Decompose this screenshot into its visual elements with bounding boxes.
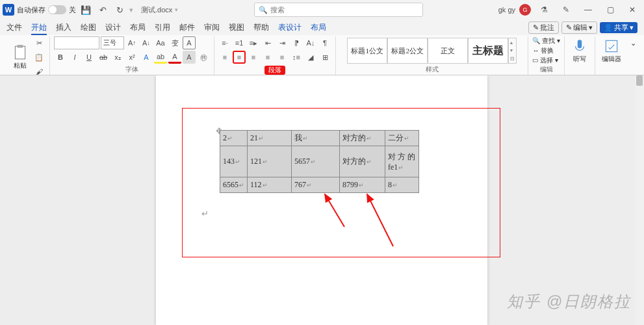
copy-icon[interactable]: 📋 [32, 51, 45, 64]
align-center-button[interactable]: ≡ [233, 51, 246, 64]
document-name[interactable]: 测试.docx [141, 5, 172, 15]
flask-icon[interactable]: ⚗ [535, 1, 553, 19]
multilevel-list-icon[interactable]: ≡▸ [247, 36, 260, 49]
table-cell[interactable]: 767↵ [292, 177, 340, 193]
comments-button[interactable]: ✎批注 [528, 21, 559, 34]
tab-绘图[interactable]: 绘图 [81, 22, 96, 35]
editor-button[interactable]: 编辑器 [599, 36, 624, 65]
user-avatar[interactable]: G [519, 4, 531, 16]
autosave-label: 自动保存 [17, 5, 45, 15]
align-right-button[interactable]: ≡ [247, 51, 260, 64]
minimize-button[interactable]: — [579, 1, 597, 19]
pen-icon[interactable]: ✎ [557, 1, 575, 19]
select-button[interactable]: ▭ 选择 ▾ [532, 56, 560, 65]
tab-帮助[interactable]: 帮助 [253, 22, 269, 35]
find-button[interactable]: 🔍 查找 ▾ [532, 36, 560, 46]
table-cell[interactable]: 21↵ [248, 131, 292, 146]
tab-设计[interactable]: 设计 [105, 22, 121, 35]
paragraph-group: ≡· ≡1 ≡▸ ⇤ ⇥ ⁋ A↓ ¶ ≡ ≡ ≡ ≡ ≡ ↕≡ ◢ ⊞ 段落 [214, 36, 336, 75]
tab-表设计[interactable]: 表设计 [278, 22, 302, 35]
tab-文件[interactable]: 文件 [6, 22, 22, 35]
collapse-ribbon-icon[interactable]: ⌄ [630, 39, 636, 47]
share-button[interactable]: 👤共享 ▾ [600, 22, 638, 33]
scroll-thumb[interactable] [636, 75, 643, 86]
borders-icon[interactable]: ⊞ [318, 51, 331, 64]
table-cell[interactable]: 对 方 的 fe1↵ [385, 146, 419, 177]
style-正文[interactable]: 正文 [428, 38, 468, 64]
underline-button[interactable]: U [83, 51, 96, 64]
change-case-icon[interactable]: Aa [154, 36, 167, 49]
shrink-font-icon[interactable]: A↓ [140, 36, 153, 49]
ltr-icon[interactable]: ⁋ [290, 36, 303, 49]
grow-font-icon[interactable]: A↑ [125, 36, 138, 49]
table-cell[interactable]: 8↵ [385, 177, 419, 193]
enclose-char-icon[interactable]: ㊕ [197, 51, 210, 64]
tab-开始[interactable]: 开始 [31, 22, 47, 35]
align-left-button[interactable]: ≡ [218, 51, 231, 64]
table-cell[interactable]: 二分↵ [385, 131, 419, 146]
strikethrough-button[interactable]: ab [97, 51, 110, 64]
editing-group: 🔍 查找 ▾ ↔ 替换 ▭ 选择 ▾ 编辑 [528, 36, 565, 75]
line-spacing-icon[interactable]: ↕≡ [290, 51, 303, 64]
editing-mode-button[interactable]: ✎编辑 ▾ [561, 21, 597, 34]
table-cell[interactable]: 121↵ [248, 146, 292, 177]
close-button[interactable]: ✕ [623, 1, 641, 19]
italic-button[interactable]: I [68, 51, 81, 64]
table-cell[interactable]: 对方的↵ [340, 146, 385, 177]
tab-视图[interactable]: 视图 [229, 22, 244, 35]
save-icon[interactable]: 💾 [79, 3, 93, 17]
undo-icon[interactable]: ↶ [96, 3, 110, 17]
font-name-select[interactable] [54, 36, 99, 49]
word-table[interactable]: 2↵21↵我↵对方的↵二分↵143↵121↵5657↵对方的↵对 方 的 fe1… [220, 130, 419, 193]
align-distribute-button[interactable]: ≡ [276, 51, 289, 64]
style-主标题[interactable]: 主标题 [468, 38, 508, 64]
tab-引用[interactable]: 引用 [155, 22, 170, 35]
style-标题2公文[interactable]: 标题2公文 [387, 38, 428, 64]
user-name[interactable]: gk gy [498, 6, 515, 14]
superscript-button[interactable]: x² [125, 51, 138, 64]
redo-icon[interactable]: ↻ [112, 3, 127, 17]
char-border-icon[interactable]: A [183, 36, 196, 49]
sort-icon[interactable]: A↓ [304, 36, 317, 49]
decrease-indent-icon[interactable]: ⇤ [261, 36, 274, 49]
vertical-scrollbar[interactable] [635, 75, 644, 325]
phonetic-guide-icon[interactable]: 变 [168, 36, 181, 49]
increase-indent-icon[interactable]: ⇥ [276, 36, 289, 49]
text-effects-icon[interactable]: A [140, 51, 153, 64]
tab-邮件[interactable]: 邮件 [179, 22, 195, 35]
search-input[interactable]: 🔍 搜索 [254, 3, 423, 17]
maximize-button[interactable]: ▢ [601, 1, 619, 19]
paste-button[interactable]: 粘贴 [9, 43, 31, 72]
highlight-icon[interactable]: ab [154, 51, 167, 64]
bullets-icon[interactable]: ≡· [218, 36, 231, 49]
table-cell[interactable]: 6565↵ [220, 177, 248, 193]
bold-button[interactable]: B [54, 51, 67, 64]
svg-rect-3 [606, 40, 617, 51]
table-cell[interactable]: 8799↵ [340, 177, 385, 193]
styles-more-button[interactable]: ▴▾⊟ [508, 38, 517, 64]
replace-button[interactable]: ↔ 替换 [532, 46, 560, 55]
table-cell[interactable]: 我↵ [292, 131, 340, 146]
table-cell[interactable]: 112↵ [248, 177, 292, 193]
autosave-toggle[interactable] [48, 5, 66, 14]
subscript-button[interactable]: x₂ [111, 51, 124, 64]
font-color-icon[interactable]: A [168, 51, 181, 64]
font-size-select[interactable]: 三号 [101, 36, 124, 49]
table-cell[interactable]: 5657↵ [292, 146, 340, 177]
table-cell[interactable]: 2↵ [220, 131, 248, 146]
cut-icon[interactable]: ✂ [32, 36, 45, 49]
tab-审阅[interactable]: 审阅 [204, 22, 220, 35]
shading-icon[interactable]: ◢ [304, 51, 317, 64]
tab-布局[interactable]: 布局 [130, 22, 146, 35]
tab-布局[interactable]: 布局 [311, 22, 326, 35]
style-标题1公文[interactable]: 标题1公文 [347, 38, 387, 64]
table-cell[interactable]: 143↵ [220, 146, 248, 177]
dictate-group: 听写 [565, 36, 595, 75]
char-shading-icon[interactable]: A [183, 51, 196, 64]
numbering-icon[interactable]: ≡1 [233, 36, 246, 49]
table-cell[interactable]: 对方的↵ [340, 131, 385, 146]
align-justify-button[interactable]: ≡ [261, 51, 274, 64]
tab-插入[interactable]: 插入 [56, 22, 71, 35]
show-marks-icon[interactable]: ¶ [318, 36, 331, 49]
dictate-button[interactable]: 听写 [569, 36, 591, 65]
